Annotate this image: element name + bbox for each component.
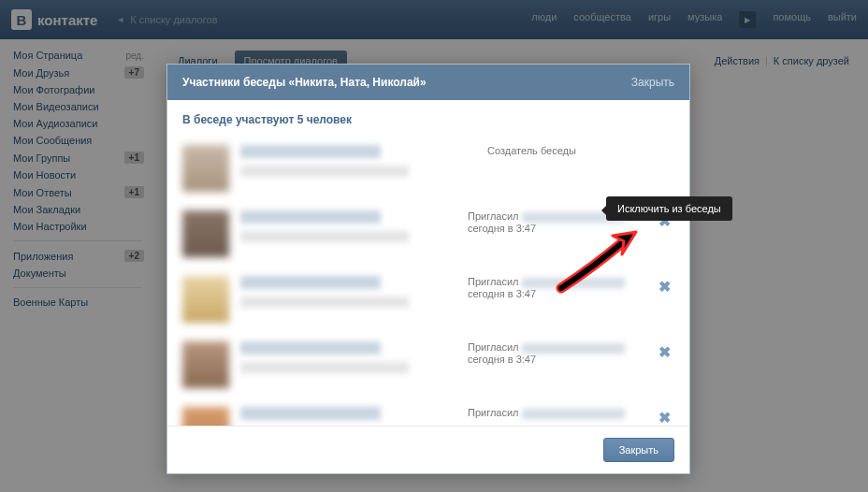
modal-close-link[interactable]: Закрыть [631, 76, 674, 89]
member-info [240, 407, 468, 426]
inviter-name-blurred[interactable] [522, 343, 625, 354]
member-meta: Пригласил сегодня в 3:47 [468, 341, 655, 388]
member-name-blurred[interactable] [240, 210, 381, 224]
exclude-tooltip: Исключить из беседы [606, 196, 732, 221]
member-name-blurred[interactable] [240, 341, 381, 355]
modal-title: Участники беседы «Никита, Ната, Николай» [182, 76, 427, 89]
member-status-blurred [240, 231, 409, 242]
avatar[interactable] [182, 276, 229, 323]
member-row: Пригласил ✖ [182, 398, 674, 426]
remove-member-icon[interactable]: ✖ [655, 278, 674, 296]
inviter-name-blurred[interactable] [522, 409, 625, 419]
invited-by-label: Пригласил [468, 407, 519, 418]
member-name-blurred[interactable] [240, 145, 381, 158]
invited-time: сегодня в 3:47 [468, 288, 536, 299]
inviter-name-blurred[interactable] [522, 278, 625, 288]
avatar[interactable] [182, 210, 229, 257]
invited-time: сегодня в 3:47 [468, 354, 536, 365]
invited-time: сегодня в 3:47 [468, 223, 536, 234]
modal-body: В беседе участвуют 5 человек Создатель б… [167, 100, 689, 426]
close-button[interactable]: Закрыть [603, 438, 674, 462]
remove-member-icon[interactable]: ✖ [655, 409, 674, 426]
member-status-blurred [240, 297, 409, 308]
avatar[interactable] [182, 145, 229, 192]
members-list[interactable]: Создатель беседы Пригласил сегодня в 3:4… [167, 136, 689, 426]
member-name-blurred[interactable] [240, 407, 381, 420]
remove-member-icon[interactable]: ✖ [655, 343, 674, 361]
member-meta: Пригласил сегодня в 3:47 [468, 276, 655, 323]
modal-header: Участники беседы «Никита, Ната, Николай»… [167, 65, 689, 100]
member-meta: Пригласил [468, 407, 655, 426]
member-info [240, 210, 468, 257]
avatar[interactable] [182, 341, 229, 388]
invited-by-label: Пригласил [468, 210, 519, 222]
member-status-blurred [240, 166, 409, 177]
member-name-blurred[interactable] [240, 276, 381, 289]
invited-by-label: Пригласил [468, 276, 519, 287]
creator-label: Создатель беседы [487, 145, 576, 156]
participants-modal: Участники беседы «Никита, Ната, Николай»… [166, 64, 690, 474]
modal-footer: Закрыть [167, 426, 689, 473]
member-row: Пригласил сегодня в 3:47 ✖ [182, 332, 674, 398]
member-row: Создатель беседы [182, 136, 674, 201]
member-info [240, 145, 487, 192]
member-row: Пригласил сегодня в 3:47 ✖ [182, 267, 674, 332]
member-status-blurred [240, 362, 409, 373]
member-meta: Создатель беседы [487, 145, 674, 192]
member-info [240, 276, 468, 323]
modal-subtitle: В беседе участвуют 5 человек [167, 100, 689, 136]
member-info [240, 341, 468, 388]
avatar[interactable] [182, 407, 229, 426]
invited-by-label: Пригласил [468, 341, 519, 353]
